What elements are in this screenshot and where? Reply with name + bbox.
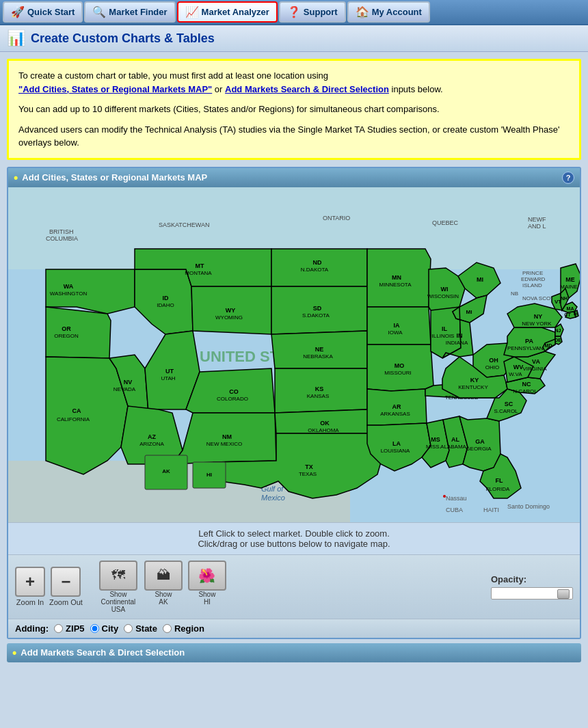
svg-text:N.CAROL: N.CAROL — [513, 388, 537, 394]
zoom-out-label: Zoom Out — [49, 598, 83, 606]
svg-text:Nassau: Nassau — [446, 495, 467, 502]
svg-text:MONTANA: MONTANA — [185, 270, 212, 276]
svg-text:IA: IA — [394, 322, 401, 329]
map-help-button[interactable]: ? — [562, 172, 574, 184]
show-hi-button[interactable]: 🌺 — [188, 561, 226, 591]
city-radio[interactable] — [90, 624, 99, 633]
svg-text:WA: WA — [64, 283, 74, 290]
svg-text:SC: SC — [505, 401, 513, 407]
svg-text:LOUISIANA: LOUISIANA — [381, 448, 410, 454]
svg-text:COLUMBIA: COLUMBIA — [46, 235, 78, 242]
svg-text:NEWF: NEWF — [528, 216, 546, 223]
svg-text:MINNESOTA: MINNESOTA — [379, 282, 412, 288]
svg-text:UT: UT — [165, 368, 174, 375]
svg-text:AND L: AND L — [528, 223, 546, 230]
region-radio-group[interactable]: Region — [163, 623, 204, 634]
svg-text:NC: NC — [522, 381, 531, 388]
show-hi-group: 🌺 ShowHI — [188, 561, 226, 613]
svg-text:GEORGIA: GEORGIA — [466, 446, 492, 452]
continental-icon: 🗺 — [111, 567, 125, 583]
opacity-section: Opacity: — [491, 574, 573, 599]
top-navigation: 🚀 Quick Start 🔍 Market Finder 📈 Market A… — [0, 0, 588, 25]
bottom-section-header[interactable]: • Add Markets Search & Direct Selection — [7, 643, 581, 662]
info-paragraph-2: You can add up to 10 different markets (… — [18, 103, 570, 116]
zoom-in-button[interactable]: + — [15, 567, 45, 597]
svg-text:WV: WV — [513, 364, 524, 370]
svg-text:ND: ND — [313, 259, 322, 266]
city-label: City — [102, 623, 119, 634]
svg-text:Santo Domingo: Santo Domingo — [507, 503, 550, 510]
state-radio-group[interactable]: State — [124, 623, 157, 634]
alaska-icon: 🏔 — [157, 567, 170, 583]
svg-text:WI: WI — [441, 286, 449, 293]
svg-text:IN: IN — [457, 332, 463, 339]
svg-text:S.DAKOTA: S.DAKOTA — [302, 312, 330, 319]
svg-text:NEW MEXICO: NEW MEXICO — [206, 441, 242, 447]
show-hi-label: ShowHI — [198, 591, 215, 606]
svg-text:HI: HI — [206, 472, 212, 478]
region-radio[interactable] — [163, 624, 172, 633]
zip5-radio[interactable] — [54, 624, 63, 633]
svg-text:S.CAROL: S.CAROL — [494, 408, 518, 414]
svg-text:ALABAMA: ALABAMA — [440, 444, 466, 450]
map-instruction: Left Click to select market. Double clic… — [8, 522, 580, 554]
zip5-radio-group[interactable]: ZIP5 — [54, 623, 84, 634]
svg-text:KY: KY — [470, 377, 479, 383]
us-map-svg[interactable]: Gulf of Mexico Nassau Santo Domingo CUBA… — [8, 187, 580, 522]
svg-text:UTAH: UTAH — [161, 375, 175, 381]
zip5-label: ZIP5 — [66, 623, 84, 634]
svg-text:PRINCE: PRINCE — [522, 270, 543, 276]
add-markets-link[interactable]: Add Markets Search & Direct Selection — [225, 84, 389, 94]
us-map-container[interactable]: Gulf of Mexico Nassau Santo Domingo CUBA… — [8, 187, 580, 522]
map-section-header: • Add Cities, States or Regional Markets… — [8, 168, 580, 187]
opacity-slider[interactable] — [491, 587, 573, 599]
svg-text:NY: NY — [534, 313, 543, 320]
svg-text:MISSOURI: MISSOURI — [384, 370, 412, 376]
svg-text:N.DAKOTA: N.DAKOTA — [301, 267, 329, 273]
state-radio[interactable] — [124, 624, 133, 633]
svg-text:W.VA: W.VA — [509, 371, 522, 377]
svg-text:AZ: AZ — [148, 433, 156, 440]
nav-my-account[interactable]: 🏠 My Account — [347, 1, 430, 23]
svg-text:NB: NB — [511, 291, 518, 297]
bottom-section-dot: • — [12, 647, 16, 659]
zoom-in-label: Zoom In — [16, 598, 44, 606]
svg-text:MAINE: MAINE — [560, 284, 577, 290]
map-section-panel: • Add Cities, States or Regional Markets… — [7, 167, 581, 639]
show-continental-label: ShowContinental USA — [98, 591, 139, 613]
svg-text:COLORADO: COLORADO — [217, 396, 248, 402]
svg-text:PA: PA — [525, 338, 533, 345]
section-dot: • — [14, 172, 18, 184]
svg-text:SD: SD — [313, 305, 322, 312]
city-radio-group[interactable]: City — [90, 623, 119, 634]
svg-text:BRITISH: BRITISH — [49, 228, 74, 235]
show-ak-button[interactable]: 🏔 — [144, 561, 183, 591]
nav-market-analyzer[interactable]: 📈 Market Analyzer — [177, 1, 278, 23]
nav-market-finder[interactable]: 🔍 Market Finder — [84, 1, 175, 23]
svg-text:NV: NV — [124, 379, 133, 386]
nav-quick-start[interactable]: 🚀 Quick Start — [3, 1, 83, 23]
svg-text:CT: CT — [564, 312, 571, 317]
svg-text:Mexico: Mexico — [261, 494, 285, 502]
adding-label: Adding: — [15, 623, 49, 634]
svg-text:VIRGINIA: VIRGINIA — [522, 366, 547, 372]
svg-text:ONTARIO: ONTARIO — [323, 215, 350, 221]
support-icon: ❓ — [287, 5, 301, 18]
svg-text:OR: OR — [62, 325, 71, 332]
svg-text:LA: LA — [392, 440, 401, 447]
svg-text:MA: MA — [567, 306, 574, 311]
info-paragraph-3: Advanced users can modify the Technical … — [18, 123, 570, 150]
show-continental-group: 🗺 ShowContinental USA — [98, 561, 139, 613]
svg-text:NE: NE — [315, 346, 324, 353]
info-paragraph-1: To create a custom chart or table, you m… — [18, 69, 570, 96]
zoom-out-button[interactable]: − — [51, 567, 81, 597]
add-cities-link[interactable]: "Add Cities, States or Regional Markets … — [18, 84, 212, 94]
region-label: Region — [174, 623, 204, 634]
show-continental-button[interactable]: 🗺 — [99, 561, 137, 591]
svg-text:MT: MT — [196, 262, 204, 269]
svg-text:PENNSYLVANIA: PENNSYLVANIA — [507, 345, 549, 351]
market-finder-icon: 🔍 — [92, 5, 106, 18]
state-label: State — [135, 623, 157, 634]
svg-text:KENTUCKY: KENTUCKY — [458, 384, 488, 390]
nav-support[interactable]: ❓ Support — [279, 1, 346, 23]
